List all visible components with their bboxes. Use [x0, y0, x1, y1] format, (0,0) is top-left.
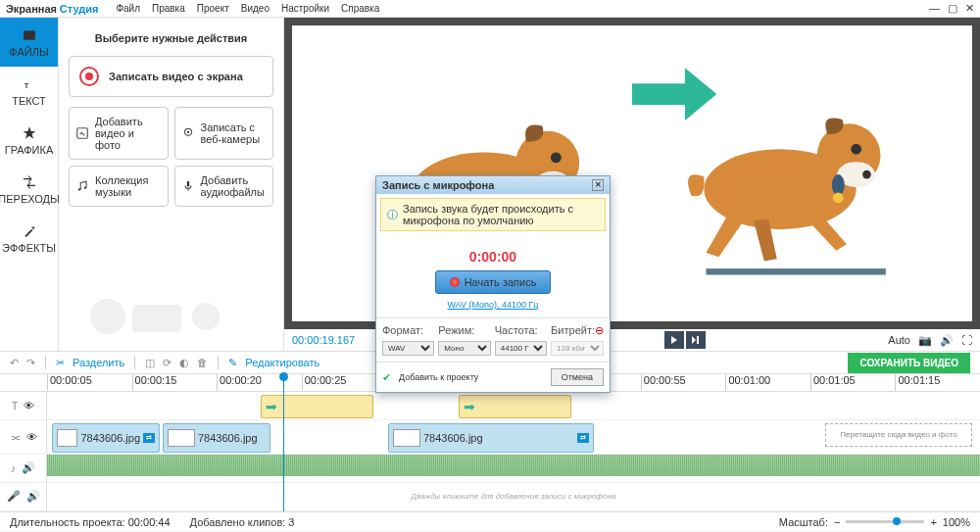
sidebar-item-text[interactable]: T ТЕКСТ	[0, 67, 58, 116]
zoom-slider[interactable]	[846, 520, 924, 523]
auto-label[interactable]: Auto	[888, 334, 910, 346]
freq-select[interactable]: 44100 Гц	[495, 341, 547, 356]
rotate-icon[interactable]: ⟳	[163, 357, 172, 369]
svg-rect-7	[186, 181, 188, 187]
webcam-button[interactable]: Записать с веб-камеры	[174, 107, 274, 160]
sidebar-item-files[interactable]: ФАЙЛЫ	[0, 18, 58, 67]
timeline: 00:00:05 00:00:15 00:00:20 00:00:25 00:0…	[0, 374, 980, 511]
record-screen-button[interactable]: Записать видео с экрана	[69, 56, 273, 97]
annotation-clip[interactable]: ➡	[459, 395, 571, 418]
zoom-out-icon[interactable]: −	[834, 516, 840, 528]
ruler-tick: 00:00:15	[132, 374, 218, 391]
app-title: Экранная Студия	[6, 3, 98, 15]
wand-icon	[22, 223, 37, 239]
svg-point-23	[862, 170, 871, 179]
play-button[interactable]	[664, 331, 684, 349]
mic-icon	[181, 179, 195, 193]
start-record-button[interactable]: Начать запись	[435, 270, 552, 294]
mic-track-icon[interactable]: 🎤	[7, 490, 21, 503]
transition-badge[interactable]: ⇄	[577, 433, 589, 443]
redo-icon[interactable]: ↷	[26, 357, 35, 369]
sidebar-item-effects[interactable]: ЭФФЕКТЫ	[0, 214, 58, 263]
crop-icon[interactable]: ◫	[145, 357, 155, 369]
sidebar-item-transitions[interactable]: ПЕРЕХОДЫ	[0, 165, 58, 214]
mode-select[interactable]: Моно	[438, 341, 490, 356]
camera-icon[interactable]: 📷	[918, 334, 932, 347]
playhead[interactable]	[283, 374, 284, 511]
delete-icon[interactable]: 🗑	[197, 357, 208, 368]
button-label: Добавить видео и фото	[95, 116, 162, 151]
format-link[interactable]: WAV (Mono), 44100 Гц	[384, 300, 602, 310]
maximize-icon[interactable]: ▢	[948, 2, 957, 15]
check-icon: ✔	[382, 371, 391, 384]
minimize-icon[interactable]: —	[929, 2, 940, 15]
add-media-button[interactable]: Добавить видео и фото	[69, 107, 169, 160]
video-dropzone[interactable]: Перетащите сюда видео и фото	[825, 423, 972, 447]
webcam-icon	[181, 126, 195, 140]
speaker-icon[interactable]: 🔊	[26, 490, 40, 503]
remove-icon[interactable]: ⊖	[595, 324, 604, 337]
text-track-icon[interactable]: T	[12, 400, 19, 411]
bitrate-select[interactable]: 128 кбит	[551, 341, 604, 356]
svg-text:T: T	[24, 81, 28, 90]
track-mic: 🎤🔊 Дважды кликните для добавления записи…	[0, 483, 980, 511]
undo-icon[interactable]: ↶	[10, 357, 19, 369]
button-label: Коллекция музыки	[95, 174, 162, 198]
close-icon[interactable]: ✕	[965, 2, 974, 15]
split-button[interactable]: ✂ Разделить	[56, 357, 124, 369]
annotation-clip[interactable]: ➡	[261, 395, 373, 418]
eye-icon[interactable]: 👁	[26, 431, 37, 443]
eye-icon[interactable]: 👁	[24, 400, 34, 411]
menu-file[interactable]: Файл	[116, 3, 140, 14]
menu-edit[interactable]: Правка	[152, 3, 185, 14]
volume-icon[interactable]: 🔊	[940, 334, 954, 347]
menu-help[interactable]: Справка	[341, 3, 379, 14]
next-button[interactable]	[686, 331, 706, 349]
add-to-project-label[interactable]: Добавить к проекту	[399, 372, 478, 382]
music-button[interactable]: Коллекция музыки	[69, 166, 169, 207]
button-label: Разделить	[73, 357, 124, 368]
edit-button[interactable]: ✎ Редактировать	[228, 357, 319, 369]
text-icon: T	[22, 76, 37, 92]
svg-rect-9	[132, 305, 181, 332]
audio-clip[interactable]	[47, 455, 980, 476]
ruler-tick: 00:00:55	[641, 374, 726, 391]
scissors-icon: ✂	[56, 357, 65, 369]
svg-point-15	[551, 152, 562, 163]
ruler-tick: 00:01:00	[725, 374, 810, 391]
save-video-button[interactable]: СОХРАНИТЬ ВИДЕО	[848, 353, 970, 373]
close-icon[interactable]: ✕	[592, 179, 604, 191]
menu-video[interactable]: Видео	[241, 3, 270, 14]
decoration	[78, 287, 255, 346]
menu-project[interactable]: Проект	[197, 3, 229, 14]
sidebar-item-graphics[interactable]: ГРАФИКА	[0, 116, 58, 165]
dialog-titlebar[interactable]: Запись с микрофона ✕	[376, 176, 610, 194]
format-select[interactable]: WAV	[382, 341, 434, 356]
menu-settings[interactable]: Настройки	[281, 3, 329, 14]
titlebar: Экранная Студия Файл Правка Проект Видео…	[0, 0, 980, 18]
svg-point-25	[832, 174, 845, 196]
speaker-icon[interactable]: 🔊	[22, 461, 35, 474]
clip-thumbnail	[168, 429, 195, 447]
preview-time: 00:00:19.167	[292, 334, 355, 346]
clip-label: 7843606.jpg	[198, 432, 258, 444]
video-clip[interactable]: 7843606.jpg	[163, 423, 270, 453]
link-icon[interactable]: ⫘	[10, 431, 21, 443]
video-clip[interactable]: 7843606.jpg ⇄	[388, 423, 594, 453]
add-audio-button[interactable]: Добавить аудиофайлы	[174, 166, 274, 207]
mic-record-dialog: Запись с микрофона ✕ ⓘ Запись звука буде…	[375, 175, 611, 393]
svg-rect-27	[707, 268, 886, 274]
mic-dropzone[interactable]: Дважды кликните для добавления записи с …	[47, 483, 980, 510]
button-label: Редактировать	[245, 357, 319, 368]
fullscreen-icon[interactable]: ⛶	[961, 334, 972, 346]
color-icon[interactable]: ◐	[179, 357, 189, 369]
panel-heading: Выберите нужные действия	[69, 32, 273, 44]
svg-point-10	[192, 303, 220, 330]
music-track-icon[interactable]: ♪	[11, 462, 17, 474]
transition-badge[interactable]: ⇄	[143, 433, 155, 443]
zoom-in-icon[interactable]: +	[930, 516, 936, 528]
dialog-form: Формат: Режим: Частота: Битрейт:⊖ WAV Мо…	[376, 317, 610, 362]
video-clip[interactable]: 7843606.jpg ⇄	[52, 423, 160, 453]
button-label: Начать запись	[465, 276, 537, 288]
cancel-button[interactable]: Отмена	[551, 368, 604, 386]
